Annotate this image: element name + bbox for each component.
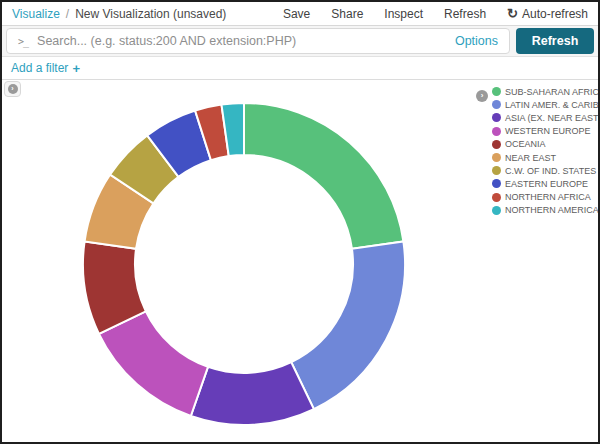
legend-item[interactable]: SUB-SAHARAN AFRICA [492,85,600,98]
legend-item[interactable]: NORTHERN AMERICA [492,204,600,217]
console-prompt-icon: >_ [18,36,28,47]
visualization-panel: › › SUB-SAHARAN AFRICALATIN AMER. & CARI… [2,80,598,439]
legend-label: OCEANIA [505,139,546,149]
top-menu: Save Share Inspect Refresh ↻ Auto-refres… [283,7,588,21]
legend-item[interactable]: LATIN AMER. & CARIB [492,98,600,111]
legend-item[interactable]: WESTERN EUROPE [492,125,600,138]
legend-dot [492,100,501,109]
refresh-cycle-icon: ↻ [507,7,518,20]
options-link[interactable]: Options [455,34,498,48]
legend-dot [492,127,501,136]
legend-dot [492,140,501,149]
search-input[interactable] [37,34,445,48]
legend-label: WESTERN EUROPE [505,126,591,136]
legend-label: EASTERN EUROPE [505,179,588,189]
legend-label: C.W. OF IND. STATES [505,166,596,176]
legend-dot [492,206,501,215]
filter-bar: Add a filter + [2,57,598,80]
pie-slice-latin-amer-carib[interactable] [291,241,405,409]
chart-legend: › SUB-SAHARAN AFRICALATIN AMER. & CARIBA… [476,85,600,217]
top-navigation-bar: Visualize / New Visualization (unsaved) … [2,2,598,26]
legend-item[interactable]: NEAR EAST [492,151,600,164]
legend-dot [492,166,501,175]
inspect-button[interactable]: Inspect [384,7,423,21]
pie-slice-sub-saharan-africa[interactable] [244,103,403,249]
legend-label: NEAR EAST [505,153,556,163]
save-button[interactable]: Save [283,7,310,21]
legend-item[interactable]: ASIA (EX. NEAR EAST) [492,111,600,124]
chevron-right-icon: › [476,90,488,102]
legend-dot [492,179,501,188]
legend-label: SUB-SAHARAN AFRICA [505,87,600,97]
plus-icon[interactable]: + [72,61,80,76]
search-box[interactable]: >_ Options [6,28,510,54]
page-title: New Visualization (unsaved) [75,7,226,21]
breadcrumb-separator: / [66,7,69,21]
breadcrumb: Visualize / New Visualization (unsaved) [12,7,226,21]
legend-dot [492,153,501,162]
query-bar: >_ Options Refresh [2,26,598,57]
refresh-menu-button[interactable]: Refresh [444,7,486,21]
legend-label: NORTHERN AMERICA [505,205,599,215]
legend-items: SUB-SAHARAN AFRICALATIN AMER. & CARIBASI… [492,85,600,217]
add-filter-link[interactable]: Add a filter [11,61,68,75]
share-button[interactable]: Share [331,7,363,21]
auto-refresh-label: Auto-refresh [522,7,588,21]
legend-dot [492,193,501,202]
legend-dot [492,87,501,96]
legend-toggle-button[interactable]: › [476,86,488,102]
refresh-button[interactable]: Refresh [516,28,594,54]
breadcrumb-visualize-link[interactable]: Visualize [12,7,60,21]
legend-item[interactable]: C.W. OF IND. STATES [492,164,600,177]
pie-slice-asia-ex-near-east-[interactable] [191,362,314,425]
legend-label: LATIN AMER. & CARIB [505,100,599,110]
legend-item[interactable]: OCEANIA [492,138,600,151]
legend-label: NORTHERN AFRICA [505,192,591,202]
legend-dot [492,113,501,122]
auto-refresh-button[interactable]: ↻ Auto-refresh [507,7,588,21]
legend-label: ASIA (EX. NEAR EAST) [505,113,600,123]
legend-item[interactable]: EASTERN EUROPE [492,177,600,190]
kibana-window: Visualize / New Visualization (unsaved) … [0,0,600,444]
legend-item[interactable]: NORTHERN AFRICA [492,191,600,204]
